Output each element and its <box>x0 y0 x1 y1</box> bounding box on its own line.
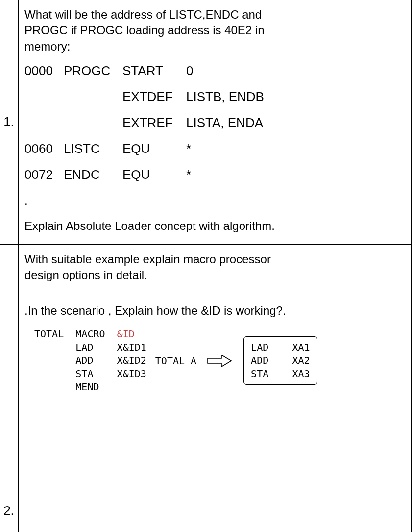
code-op: EXTREF <box>122 115 186 130</box>
macro-expansion: LAD XA1 ADD XA2 STA XA3 <box>243 336 317 385</box>
macro-figure: TOTAL MACRO &ID LAD X&ID1 ADD X&ID2 STA … <box>34 328 404 394</box>
macro-keyword: MACRO <box>75 328 105 340</box>
code-addr <box>24 89 64 104</box>
macro-row-3: STA X&ID3 <box>34 367 146 380</box>
code-operand: LISTA, ENDA <box>186 115 404 130</box>
code-operand: * <box>186 141 404 156</box>
macro-arg: X&ID3 <box>117 368 146 380</box>
code-line-4: 0060 LISTC EQU * <box>24 141 404 156</box>
question-2-row: 2. With suitable example explain macro p… <box>0 245 411 532</box>
code-operand: LISTB, ENDB <box>186 89 404 104</box>
q1-intro-line-2: PROGC if PROGC loading address is 40E2 i… <box>24 24 265 37</box>
result-arg: XA3 <box>292 368 310 380</box>
macro-call: TOTAL A <box>155 355 196 367</box>
result-arg: XA2 <box>292 355 310 366</box>
question-1-number: 1. <box>0 0 19 244</box>
macro-op: ADD <box>75 355 93 366</box>
code-op: EXTDEF <box>122 89 186 104</box>
code-addr: 0072 <box>24 167 64 182</box>
code-line-3: EXTREF LISTA, ENDA <box>24 115 404 130</box>
code-op: EQU <box>122 141 186 156</box>
code-line-2: EXTDEF LISTB, ENDB <box>24 89 404 104</box>
question-1-row: 1. What will be the address of LISTC,END… <box>0 0 411 245</box>
code-label: LISTC <box>64 141 122 156</box>
macro-head: TOTAL MACRO &ID <box>34 328 146 341</box>
code-label: PROGC <box>64 63 122 78</box>
code-operand: * <box>186 167 404 182</box>
macro-mend-kw: MEND <box>75 381 99 393</box>
code-addr: 0060 <box>24 141 64 156</box>
q1-tail: Explain Absolute Loader concept with alg… <box>24 218 404 234</box>
result-row-1: LAD XA1 <box>251 341 310 354</box>
q2-intro-line-1: With suitable example explain macro proc… <box>24 253 271 266</box>
macro-name: TOTAL <box>34 328 64 340</box>
macro-row-1: LAD X&ID1 <box>34 341 146 354</box>
code-line-1: 0000 PROGC START 0 <box>24 63 404 78</box>
result-op: STA <box>251 368 268 380</box>
result-arg: XA1 <box>292 341 310 353</box>
macro-definition: TOTAL MACRO &ID LAD X&ID1 ADD X&ID2 STA … <box>34 328 146 394</box>
q2-scenario: .In the scenario , Explain how the &ID i… <box>24 303 404 319</box>
arrow-right-icon <box>205 352 235 370</box>
result-row-2: ADD XA2 <box>251 354 310 367</box>
q1-dot: . <box>24 193 404 209</box>
question-2-content: With suitable example explain macro proc… <box>19 245 411 532</box>
macro-param: &ID <box>117 328 135 340</box>
code-op: START <box>122 63 186 78</box>
code-op: EQU <box>122 167 186 182</box>
question-1-content: What will be the address of LISTC,ENDC a… <box>19 0 411 244</box>
macro-op: LAD <box>75 341 93 353</box>
page: 1. What will be the address of LISTC,END… <box>0 0 412 532</box>
code-label: ENDC <box>64 167 122 182</box>
q2-intro: With suitable example explain macro proc… <box>24 252 404 283</box>
question-2-number: 2. <box>0 245 19 532</box>
q1-intro: What will be the address of LISTC,ENDC a… <box>24 7 404 54</box>
q1-code: 0000 PROGC START 0 EXTDEF LISTB, ENDB EX… <box>24 63 404 182</box>
code-line-5: 0072 ENDC EQU * <box>24 167 404 182</box>
q1-intro-line-3: memory: <box>24 40 70 53</box>
macro-row-2: ADD X&ID2 <box>34 354 146 367</box>
q1-intro-line-1: What will be the address of LISTC,ENDC a… <box>24 8 262 21</box>
macro-mend: MEND <box>34 380 146 394</box>
code-label <box>64 89 122 104</box>
q2-intro-line-2: design options in detail. <box>24 268 147 281</box>
code-addr <box>24 115 64 130</box>
code-addr: 0000 <box>24 63 64 78</box>
code-operand: 0 <box>186 63 404 78</box>
result-op: LAD <box>251 341 268 353</box>
code-label <box>64 115 122 130</box>
macro-arg: X&ID1 <box>117 341 146 353</box>
result-row-3: STA XA3 <box>251 367 310 380</box>
macro-op: STA <box>75 368 93 380</box>
result-op: ADD <box>251 355 268 366</box>
macro-arg: X&ID2 <box>117 355 146 366</box>
